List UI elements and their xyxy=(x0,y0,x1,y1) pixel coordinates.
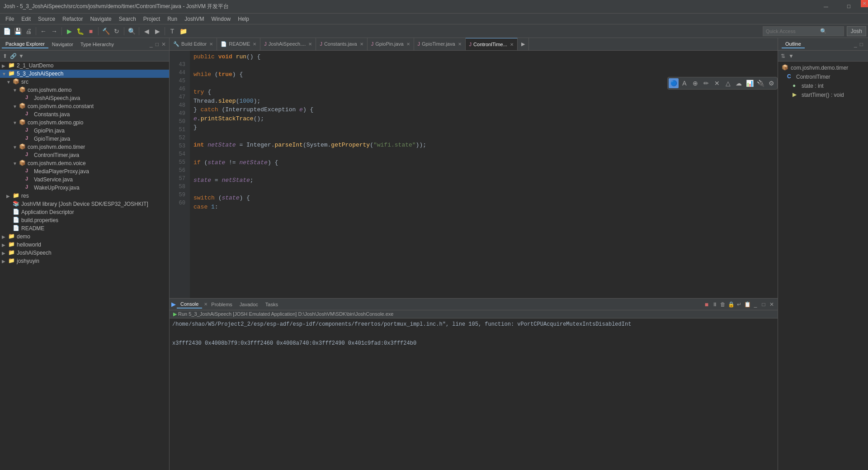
tab-contronltimer-active[interactable]: J ContronlTime... ✕ xyxy=(466,38,518,50)
scroll-lock-button[interactable]: 🔒 xyxy=(727,300,735,309)
tab-close-icon[interactable]: ✕ xyxy=(510,42,514,47)
tree-item-gpio[interactable]: ▼ 📦 com.joshvm.demo.gpio xyxy=(0,119,169,127)
menu-refactor[interactable]: Refactor xyxy=(59,15,86,23)
tree-item-src[interactable]: ▼ 📦 src xyxy=(0,78,169,86)
floating-btn-9[interactable]: 🔌 xyxy=(755,78,765,88)
floating-btn-10[interactable]: ⚙ xyxy=(766,78,776,88)
tree-item-gpiopin-java[interactable]: J GpioPin.java xyxy=(0,127,169,135)
floating-btn-1[interactable]: 🔵 xyxy=(669,78,679,88)
open-resource-button[interactable]: 📁 xyxy=(178,26,188,36)
minimize-console-button[interactable]: _ xyxy=(751,300,760,309)
tab-constants[interactable]: J Constants.java ✕ xyxy=(316,38,367,50)
tree-item-constant[interactable]: ▼ 📦 com.joshvm.demo.constant xyxy=(0,102,169,110)
tree-item-res[interactable]: ▶ 📁 res xyxy=(0,192,169,200)
filter-button[interactable]: ▼ xyxy=(17,52,25,60)
tab-readme[interactable]: 📄 README ✕ xyxy=(217,38,260,50)
josh-perspective-button[interactable]: Josh xyxy=(847,26,866,36)
floating-btn-2[interactable]: A xyxy=(679,78,689,88)
tab-close-icon[interactable]: ✕ xyxy=(253,42,256,47)
floating-btn-5[interactable]: ✕ xyxy=(712,78,722,88)
clear-console-button[interactable]: 🗑 xyxy=(719,300,727,309)
tree-item-wakeupproxy-java[interactable]: J WakeUpProxy.java xyxy=(0,184,169,192)
tab-tasks[interactable]: Tasks xyxy=(262,301,282,308)
build-button[interactable]: 🔨 xyxy=(101,26,111,36)
refresh-button[interactable]: ↻ xyxy=(112,26,122,36)
menu-source[interactable]: Source xyxy=(34,15,59,23)
outline-filter-button[interactable]: ▼ xyxy=(787,52,795,60)
tree-item-2-1-uartdemo[interactable]: ▶ 📁 2_1_UartDemo xyxy=(0,62,169,70)
menu-joshvm[interactable]: JoshVM xyxy=(181,15,208,23)
tab-gpiotimer[interactable]: J GpioTimer.java ✕ xyxy=(414,38,466,50)
outline-item-class[interactable]: C ContronlTimer xyxy=(780,72,866,81)
tab-console[interactable]: Console xyxy=(177,300,202,309)
menu-run[interactable]: Run xyxy=(164,15,181,23)
tree-item-readme[interactable]: 📄 README xyxy=(0,224,169,233)
copy-console-button[interactable]: 📋 xyxy=(743,300,751,309)
tree-item-contronltimer-java[interactable]: J ContronlTimer.java xyxy=(0,151,169,159)
tab-outline[interactable]: Outline xyxy=(782,40,805,48)
outline-sort-button[interactable]: ⇅ xyxy=(779,52,787,60)
outline-item-starttimer[interactable]: ▶ startTimer() : void xyxy=(780,90,866,100)
minimize-button[interactable]: — xyxy=(816,0,836,14)
floating-btn-3[interactable]: ⊕ xyxy=(690,78,700,88)
quick-access-input[interactable] xyxy=(766,28,820,34)
tab-overflow[interactable]: ▶ xyxy=(518,38,529,50)
console-tab-close[interactable]: ✕ xyxy=(204,302,208,307)
print-button[interactable]: 🖨 xyxy=(24,26,33,36)
close-button[interactable]: ✕ xyxy=(861,0,868,7)
tree-item-gpiotimer-java[interactable]: J GpioTimer.java xyxy=(0,135,169,143)
tab-package-explorer[interactable]: Package Explorer xyxy=(2,40,48,48)
tree-item-5-3-joshaispeeach[interactable]: ▼ 📁 5_3_JoshAiSpeech xyxy=(0,70,169,78)
menu-navigate[interactable]: Navigate xyxy=(86,15,115,23)
maximize-outline-icon[interactable]: □ xyxy=(859,41,864,47)
new-button[interactable]: 📄 xyxy=(2,26,12,36)
tab-close-icon[interactable]: ✕ xyxy=(308,42,312,47)
floating-btn-4[interactable]: ✏ xyxy=(701,78,711,88)
tab-close-icon[interactable]: ✕ xyxy=(209,42,213,47)
tab-close-icon[interactable]: ✕ xyxy=(360,42,363,47)
tree-item-vadservice-java[interactable]: J VadService.java xyxy=(0,176,169,184)
menu-project[interactable]: Project xyxy=(140,15,164,23)
prev-edit-button[interactable]: ◀ xyxy=(142,26,151,36)
floating-btn-7[interactable]: ☁ xyxy=(734,78,744,88)
stop-button[interactable]: ■ xyxy=(86,26,96,36)
tree-item-helloworld[interactable]: ▶ 📁 helloworld xyxy=(0,241,169,249)
menu-file[interactable]: File xyxy=(2,15,18,23)
tree-item-build-properties[interactable]: 📄 build.properties xyxy=(0,216,169,224)
tree-item-voice[interactable]: ▼ 📦 com.joshvm.demo.voice xyxy=(0,159,169,167)
menu-window[interactable]: Window xyxy=(208,15,235,23)
tree-item-joshvm-library[interactable]: 📚 JoshVM library [Josh Device SDK/ESP32_… xyxy=(0,200,169,208)
tree-item-com-joshvm-demo[interactable]: ▼ 📦 com.joshvm.demo xyxy=(0,86,169,94)
outline-item-state[interactable]: ● state : int xyxy=(780,81,866,90)
next-edit-button[interactable]: ▶ xyxy=(152,26,162,36)
tab-close-icon[interactable]: ✕ xyxy=(406,42,410,47)
tree-item-demo[interactable]: ▶ 📁 demo xyxy=(0,233,169,241)
debug-button[interactable]: 🐛 xyxy=(75,26,85,36)
tree-item-mediaplayerproxy-java[interactable]: J MediaPlayerProxy.java xyxy=(0,167,169,176)
tree-item-constants-java[interactable]: J Constants.java xyxy=(0,110,169,119)
tab-javadoc[interactable]: Javadoc xyxy=(236,301,262,308)
minimize-outline-icon[interactable]: _ xyxy=(853,41,859,47)
menu-help[interactable]: Help xyxy=(234,15,253,23)
close-console-button[interactable]: ✕ xyxy=(768,300,776,309)
tree-item-joshyuyin[interactable]: ▶ 📁 joshyuyin xyxy=(0,257,169,265)
word-wrap-button[interactable]: ↵ xyxy=(735,300,743,309)
quick-access-box[interactable]: 🔍 xyxy=(763,26,844,36)
tree-item-joshaispeeach2[interactable]: ▶ 📁 JoshAiSpeech xyxy=(0,249,169,257)
pause-console-button[interactable]: ⏸ xyxy=(711,300,719,309)
tab-type-hierarchy[interactable]: Type Hierarchy xyxy=(77,41,118,48)
search-button[interactable]: 🔍 xyxy=(127,26,137,36)
floating-btn-8[interactable]: 📊 xyxy=(745,78,755,88)
stop-console-button[interactable]: ■ xyxy=(703,300,711,309)
maximize-view-icon[interactable]: □ xyxy=(154,41,160,47)
maximize-console-button[interactable]: □ xyxy=(760,300,768,309)
tree-item-joshaispeeach-java[interactable]: J JoshAiSpeech.java xyxy=(0,94,169,102)
link-with-editor-button[interactable]: 🔗 xyxy=(9,52,17,60)
forward-button[interactable]: → xyxy=(49,26,59,36)
tab-build-editor[interactable]: 🔧 Build Editor ✕ xyxy=(170,38,217,50)
menu-search[interactable]: Search xyxy=(115,15,140,23)
tab-problems[interactable]: Problems xyxy=(208,301,236,308)
tab-gpiopin[interactable]: J GpioPin.java ✕ xyxy=(368,38,414,50)
tab-close-icon[interactable]: ✕ xyxy=(458,42,462,47)
back-button[interactable]: ← xyxy=(38,26,48,36)
